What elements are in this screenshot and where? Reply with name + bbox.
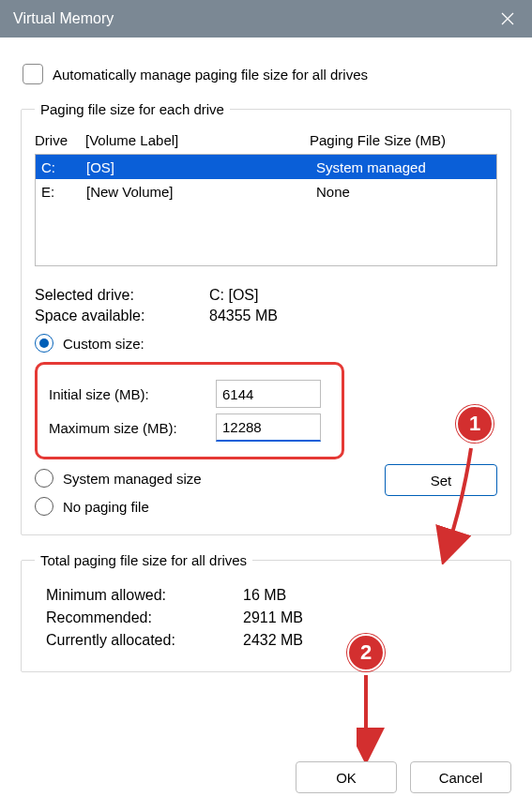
auto-manage-label: Automatically manage paging file size fo… bbox=[53, 67, 368, 83]
min-allowed-value: 16 MB bbox=[243, 587, 286, 604]
auto-manage-row[interactable]: Automatically manage paging file size fo… bbox=[23, 64, 511, 84]
drive-size: System managed bbox=[316, 159, 491, 175]
close-icon bbox=[501, 12, 514, 25]
initial-size-label: Initial size (MB): bbox=[49, 386, 216, 402]
dialog-body: Automatically manage paging file size fo… bbox=[0, 38, 532, 706]
recommended-value: 2911 MB bbox=[243, 609, 303, 626]
drive-row[interactable]: C: [OS] System managed bbox=[36, 155, 496, 179]
maximum-size-label: Maximum size (MB): bbox=[49, 420, 216, 436]
selected-drive-value: C: [OS] bbox=[209, 287, 258, 304]
window-title: Virtual Memory bbox=[13, 10, 114, 27]
no-paging-radio[interactable] bbox=[35, 497, 53, 516]
drive-size: None bbox=[316, 184, 491, 200]
system-managed-radio[interactable] bbox=[35, 469, 53, 488]
totals-legend: Total paging file size for all drives bbox=[35, 552, 252, 568]
virtual-memory-dialog: Virtual Memory Automatically manage pagi… bbox=[0, 0, 532, 812]
selected-drive-label: Selected drive: bbox=[35, 287, 209, 304]
drive-label: [OS] bbox=[86, 159, 316, 175]
close-button[interactable] bbox=[483, 0, 532, 38]
custom-size-radio[interactable] bbox=[35, 334, 53, 353]
per-drive-legend: Paging file size for each drive bbox=[35, 101, 230, 117]
space-available-row: Space available: 84355 MB bbox=[35, 308, 497, 324]
col-volume: [Volume Label] bbox=[85, 132, 310, 148]
titlebar: Virtual Memory bbox=[0, 0, 532, 38]
no-paging-label: No paging file bbox=[63, 499, 149, 515]
drive-row[interactable]: E: [New Volume] None bbox=[36, 179, 496, 203]
maximum-size-input[interactable] bbox=[216, 414, 321, 442]
cancel-button[interactable]: Cancel bbox=[410, 761, 511, 793]
min-allowed-label: Minimum allowed: bbox=[46, 587, 243, 604]
totals-group: Total paging file size for all drives Mi… bbox=[21, 552, 511, 672]
drive-letter: E: bbox=[41, 184, 86, 200]
space-available-value: 84355 MB bbox=[209, 308, 278, 324]
auto-manage-checkbox[interactable] bbox=[23, 64, 43, 84]
system-managed-label: System managed size bbox=[63, 471, 202, 487]
drive-letter: C: bbox=[41, 159, 86, 175]
dialog-buttons: OK Cancel bbox=[296, 761, 511, 793]
currently-allocated-label: Currently allocated: bbox=[46, 632, 243, 649]
custom-size-label: Custom size: bbox=[63, 336, 144, 352]
space-available-label: Space available: bbox=[35, 308, 209, 324]
custom-size-radio-row[interactable]: Custom size: bbox=[35, 334, 497, 353]
ok-button[interactable]: OK bbox=[296, 761, 397, 793]
custom-size-highlight: Initial size (MB): Maximum size (MB): bbox=[35, 362, 344, 459]
col-size: Paging File Size (MB) bbox=[310, 132, 497, 148]
col-drive: Drive bbox=[35, 132, 85, 148]
recommended-label: Recommended: bbox=[46, 609, 243, 626]
drive-list[interactable]: C: [OS] System managed E: [New Volume] N… bbox=[35, 154, 497, 266]
currently-allocated-value: 2432 MB bbox=[243, 632, 303, 649]
set-button[interactable]: Set bbox=[385, 464, 497, 496]
drive-label: [New Volume] bbox=[86, 184, 316, 200]
no-paging-radio-row[interactable]: No paging file bbox=[35, 497, 497, 516]
per-drive-group: Paging file size for each drive Drive [V… bbox=[21, 101, 511, 535]
drive-list-header: Drive [Volume Label] Paging File Size (M… bbox=[35, 132, 497, 148]
selected-drive-row: Selected drive: C: [OS] bbox=[35, 287, 497, 304]
initial-size-input[interactable] bbox=[216, 380, 321, 408]
